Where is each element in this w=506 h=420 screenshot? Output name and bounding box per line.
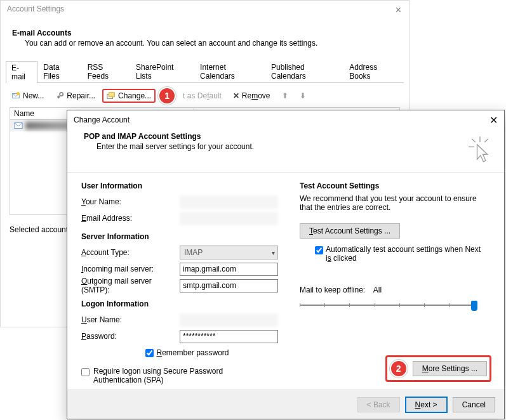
set-default-label: t as Default bbox=[183, 91, 222, 100]
move-down-button: ⬇ bbox=[295, 89, 310, 103]
outgoing-label: Outgoing mail server (SMTP): bbox=[81, 277, 180, 294]
tab-published-calendars[interactable]: Published Calendars bbox=[265, 60, 343, 82]
toolbar: New... Repair... Change... 1 t as Defaul… bbox=[7, 87, 403, 105]
header-desc: Enter the mail server settings for your … bbox=[97, 142, 488, 151]
svg-line-9 bbox=[484, 139, 488, 142]
svg-line-8 bbox=[472, 139, 475, 142]
logon-info-heading: Logon Information bbox=[81, 299, 293, 308]
tab-internet-calendars[interactable]: Internet Calendars bbox=[194, 60, 265, 82]
svg-point-2 bbox=[60, 93, 63, 96]
cursor-click-icon bbox=[469, 136, 491, 164]
repair-icon bbox=[55, 91, 64, 100]
user-info-heading: User Information bbox=[81, 181, 293, 190]
next-button[interactable]: Next > bbox=[405, 397, 448, 413]
account-type-label: Account Type: bbox=[81, 248, 180, 257]
remember-password-input[interactable] bbox=[145, 349, 154, 357]
back-button: < Back bbox=[357, 397, 400, 412]
annotation-marker-2: 2 bbox=[390, 360, 408, 377]
mail-offline-value: All bbox=[373, 285, 382, 294]
set-default-button: t as Default bbox=[178, 89, 226, 103]
more-settings-button[interactable]: More Settings ... bbox=[413, 361, 487, 376]
tab-address-books[interactable]: Address Books bbox=[343, 60, 404, 82]
remember-password-checkbox[interactable]: Remember password bbox=[145, 348, 229, 357]
user-name-label: User Name: bbox=[81, 315, 180, 324]
change-account-window: Change Account ✕ POP and IMAP Account Se… bbox=[67, 110, 505, 419]
slider-thumb[interactable] bbox=[471, 301, 477, 311]
close-icon[interactable]: × bbox=[396, 4, 401, 16]
mail-offline-label: Mail to keep offline: bbox=[300, 285, 365, 294]
email-field[interactable] bbox=[180, 212, 278, 225]
svg-point-1 bbox=[17, 92, 20, 95]
outgoing-server-input[interactable] bbox=[180, 279, 278, 292]
annotation-more-settings: 2 More Settings ... bbox=[385, 355, 491, 382]
dialog-footer: < Back Next > Cancel bbox=[67, 390, 504, 419]
spa-label: Require logon using Secure Password Auth… bbox=[93, 367, 271, 384]
incoming-server-input[interactable] bbox=[180, 263, 278, 276]
window-titlebar: Account Settings × bbox=[1, 1, 409, 20]
section-description: You can add or remove an account. You ca… bbox=[25, 39, 397, 48]
email-label: Email Address: bbox=[81, 214, 180, 223]
remove-icon: ✕ bbox=[233, 91, 239, 100]
mail-icon bbox=[14, 121, 23, 130]
new-button[interactable]: New... bbox=[7, 89, 48, 103]
tabs-bar: E-mail Data Files RSS Feeds SharePoint L… bbox=[6, 69, 404, 83]
cancel-button[interactable]: Cancel bbox=[453, 397, 495, 412]
section-heading: E-mail Accounts bbox=[12, 29, 397, 37]
server-info-heading: Server Information bbox=[81, 232, 293, 241]
auto-test-checkbox[interactable]: Automatically test account settings when… bbox=[315, 245, 484, 263]
move-up-button: ⬆ bbox=[277, 89, 293, 103]
mail-offline-slider[interactable] bbox=[300, 299, 477, 311]
tab-email[interactable]: E-mail bbox=[6, 61, 37, 83]
dialog-titlebar: Change Account ✕ bbox=[67, 110, 504, 129]
dialog-header: POP and IMAP Account Settings Enter the … bbox=[67, 129, 504, 173]
remove-button[interactable]: ✕ Remove bbox=[229, 89, 275, 103]
tab-data-files[interactable]: Data Files bbox=[37, 60, 81, 82]
password-field[interactable] bbox=[180, 330, 278, 343]
tab-sharepoint[interactable]: SharePoint Lists bbox=[130, 60, 194, 82]
new-icon bbox=[11, 91, 20, 100]
repair-button[interactable]: Repair... bbox=[51, 89, 100, 103]
tab-rss[interactable]: RSS Feeds bbox=[82, 60, 130, 82]
remove-label: Remove bbox=[242, 91, 270, 100]
annotation-marker-1: 1 bbox=[158, 87, 176, 105]
close-icon[interactable]: ✕ bbox=[489, 114, 498, 126]
change-label: Change... bbox=[118, 91, 151, 100]
spa-checkbox[interactable] bbox=[81, 368, 90, 376]
arrow-up-icon: ⬆ bbox=[282, 91, 288, 100]
svg-rect-4 bbox=[109, 93, 115, 97]
change-icon bbox=[107, 91, 116, 100]
remember-password-label: Remember password bbox=[156, 348, 229, 357]
account-type-select: IMAP ▾ bbox=[180, 246, 278, 259]
password-label: Password: bbox=[81, 332, 180, 341]
arrow-down-icon: ⬇ bbox=[300, 91, 306, 100]
window-title: Account Settings bbox=[7, 4, 64, 13]
account-type-value: IMAP bbox=[184, 248, 203, 257]
test-heading: Test Account Settings bbox=[300, 181, 490, 190]
test-account-button[interactable]: Test Account Settings ... bbox=[300, 223, 400, 239]
auto-test-input[interactable] bbox=[315, 246, 323, 254]
new-label: New... bbox=[23, 91, 44, 100]
user-name-field[interactable] bbox=[180, 313, 278, 327]
your-name-label: Your Name: bbox=[81, 197, 180, 206]
dialog-title: Change Account bbox=[74, 115, 130, 124]
auto-test-label: Automatically test account settings when… bbox=[326, 245, 484, 263]
change-button[interactable]: Change... bbox=[102, 89, 156, 103]
your-name-field[interactable] bbox=[180, 195, 278, 209]
header-title: POP and IMAP Account Settings bbox=[84, 132, 488, 141]
test-desc: We recommend that you test your account … bbox=[300, 194, 490, 212]
repair-label: Repair... bbox=[67, 91, 95, 100]
incoming-label: Incoming mail server: bbox=[81, 265, 180, 273]
chevron-down-icon: ▾ bbox=[272, 249, 275, 256]
